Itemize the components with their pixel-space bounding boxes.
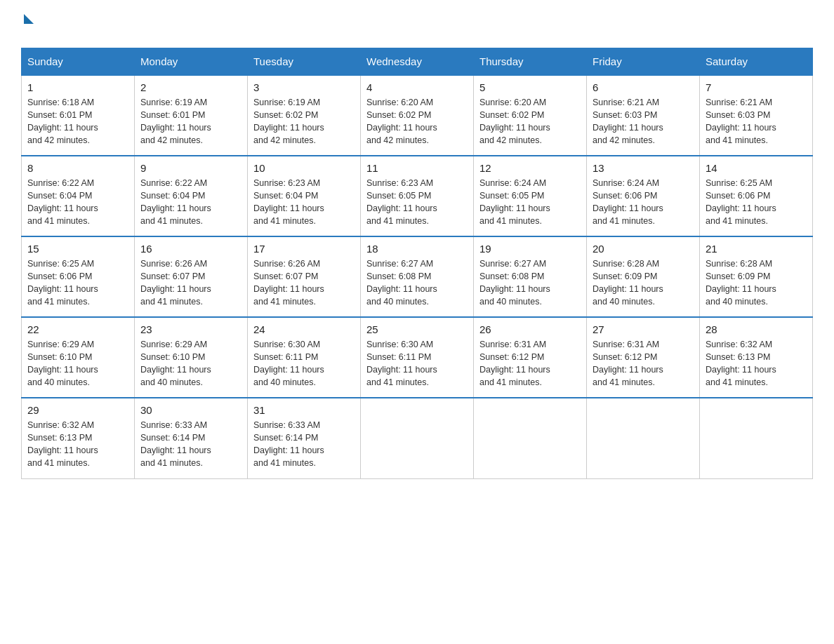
day-number: 1 — [27, 81, 128, 93]
day-info: Sunrise: 6:26 AMSunset: 6:07 PMDaylight:… — [253, 257, 355, 309]
calendar-day-3: 3Sunrise: 6:19 AMSunset: 6:02 PMDaylight… — [248, 75, 361, 156]
day-number: 28 — [706, 323, 807, 335]
calendar-day-28: 28Sunrise: 6:32 AMSunset: 6:13 PMDayligh… — [700, 317, 813, 398]
calendar-header-thursday: Thursday — [474, 48, 587, 76]
calendar-day-27: 27Sunrise: 6:31 AMSunset: 6:12 PMDayligh… — [587, 317, 700, 398]
day-info: Sunrise: 6:31 AMSunset: 6:12 PMDaylight:… — [479, 338, 581, 389]
calendar-day-10: 10Sunrise: 6:23 AMSunset: 6:04 PMDayligh… — [248, 156, 361, 236]
calendar-day-7: 7Sunrise: 6:21 AMSunset: 6:03 PMDaylight… — [700, 75, 813, 156]
calendar-week-3: 15Sunrise: 6:25 AMSunset: 6:06 PMDayligh… — [22, 236, 813, 317]
calendar-day-23: 23Sunrise: 6:29 AMSunset: 6:10 PMDayligh… — [135, 317, 248, 398]
day-info: Sunrise: 6:20 AMSunset: 6:02 PMDaylight:… — [366, 96, 468, 147]
day-info: Sunrise: 6:31 AMSunset: 6:12 PMDaylight:… — [593, 338, 694, 389]
day-number: 6 — [593, 81, 694, 93]
day-number: 20 — [593, 243, 694, 255]
calendar-day-2: 2Sunrise: 6:19 AMSunset: 6:01 PMDaylight… — [135, 75, 248, 156]
day-info: Sunrise: 6:30 AMSunset: 6:11 PMDaylight:… — [253, 338, 355, 389]
calendar-header-row: SundayMondayTuesdayWednesdayThursdayFrid… — [22, 48, 813, 76]
day-number: 15 — [27, 243, 128, 255]
calendar-day-8: 8Sunrise: 6:22 AMSunset: 6:04 PMDaylight… — [22, 156, 135, 236]
day-number: 17 — [253, 243, 355, 255]
calendar-week-2: 8Sunrise: 6:22 AMSunset: 6:04 PMDaylight… — [22, 156, 813, 236]
day-info: Sunrise: 6:21 AMSunset: 6:03 PMDaylight:… — [706, 96, 807, 147]
calendar-day-15: 15Sunrise: 6:25 AMSunset: 6:06 PMDayligh… — [22, 236, 135, 317]
day-info: Sunrise: 6:19 AMSunset: 6:02 PMDaylight:… — [253, 96, 355, 147]
calendar-day-31: 31Sunrise: 6:33 AMSunset: 6:14 PMDayligh… — [248, 398, 361, 478]
day-number: 13 — [593, 162, 694, 174]
logo — [21, 14, 34, 34]
calendar-empty-cell — [700, 398, 813, 478]
calendar-week-4: 22Sunrise: 6:29 AMSunset: 6:10 PMDayligh… — [22, 317, 813, 398]
page-header — [21, 14, 813, 34]
calendar-day-13: 13Sunrise: 6:24 AMSunset: 6:06 PMDayligh… — [587, 156, 700, 236]
calendar-day-14: 14Sunrise: 6:25 AMSunset: 6:06 PMDayligh… — [700, 156, 813, 236]
calendar-day-17: 17Sunrise: 6:26 AMSunset: 6:07 PMDayligh… — [248, 236, 361, 317]
day-number: 16 — [140, 243, 241, 255]
day-info: Sunrise: 6:29 AMSunset: 6:10 PMDaylight:… — [27, 338, 128, 389]
day-info: Sunrise: 6:32 AMSunset: 6:13 PMDaylight:… — [27, 419, 128, 470]
day-number: 25 — [366, 323, 468, 335]
calendar-day-16: 16Sunrise: 6:26 AMSunset: 6:07 PMDayligh… — [135, 236, 248, 317]
day-number: 27 — [593, 323, 694, 335]
day-info: Sunrise: 6:25 AMSunset: 6:06 PMDaylight:… — [27, 257, 128, 309]
day-number: 18 — [366, 243, 468, 255]
day-number: 3 — [253, 81, 355, 93]
day-info: Sunrise: 6:20 AMSunset: 6:02 PMDaylight:… — [479, 96, 581, 147]
day-info: Sunrise: 6:23 AMSunset: 6:04 PMDaylight:… — [253, 177, 355, 228]
calendar-day-5: 5Sunrise: 6:20 AMSunset: 6:02 PMDaylight… — [474, 75, 587, 156]
calendar-week-1: 1Sunrise: 6:18 AMSunset: 6:01 PMDaylight… — [22, 75, 813, 156]
day-number: 11 — [366, 162, 468, 174]
day-number: 5 — [479, 81, 581, 93]
day-number: 26 — [479, 323, 581, 335]
day-info: Sunrise: 6:32 AMSunset: 6:13 PMDaylight:… — [706, 338, 807, 389]
calendar-day-26: 26Sunrise: 6:31 AMSunset: 6:12 PMDayligh… — [474, 317, 587, 398]
calendar-day-22: 22Sunrise: 6:29 AMSunset: 6:10 PMDayligh… — [22, 317, 135, 398]
calendar-day-25: 25Sunrise: 6:30 AMSunset: 6:11 PMDayligh… — [361, 317, 474, 398]
calendar-day-30: 30Sunrise: 6:33 AMSunset: 6:14 PMDayligh… — [135, 398, 248, 478]
day-info: Sunrise: 6:25 AMSunset: 6:06 PMDaylight:… — [706, 177, 807, 228]
calendar-empty-cell — [361, 398, 474, 478]
calendar-header-tuesday: Tuesday — [248, 48, 361, 76]
day-info: Sunrise: 6:21 AMSunset: 6:03 PMDaylight:… — [593, 96, 694, 147]
day-info: Sunrise: 6:18 AMSunset: 6:01 PMDaylight:… — [27, 96, 128, 147]
day-info: Sunrise: 6:28 AMSunset: 6:09 PMDaylight:… — [706, 257, 807, 309]
day-info: Sunrise: 6:30 AMSunset: 6:11 PMDaylight:… — [366, 338, 468, 389]
calendar-day-18: 18Sunrise: 6:27 AMSunset: 6:08 PMDayligh… — [361, 236, 474, 317]
calendar-empty-cell — [587, 398, 700, 478]
day-number: 8 — [27, 162, 128, 174]
day-info: Sunrise: 6:29 AMSunset: 6:10 PMDaylight:… — [140, 338, 241, 389]
calendar-table: SundayMondayTuesdayWednesdayThursdayFrid… — [21, 48, 813, 479]
day-number: 2 — [140, 81, 241, 93]
day-number: 30 — [140, 404, 241, 416]
calendar-week-5: 29Sunrise: 6:32 AMSunset: 6:13 PMDayligh… — [22, 398, 813, 478]
calendar-header-sunday: Sunday — [22, 48, 135, 76]
calendar-day-4: 4Sunrise: 6:20 AMSunset: 6:02 PMDaylight… — [361, 75, 474, 156]
day-info: Sunrise: 6:24 AMSunset: 6:06 PMDaylight:… — [593, 177, 694, 228]
day-number: 31 — [253, 404, 355, 416]
calendar-day-11: 11Sunrise: 6:23 AMSunset: 6:05 PMDayligh… — [361, 156, 474, 236]
day-number: 22 — [27, 323, 128, 335]
logo-triangle-icon — [24, 14, 34, 24]
calendar-day-19: 19Sunrise: 6:27 AMSunset: 6:08 PMDayligh… — [474, 236, 587, 317]
calendar-header-saturday: Saturday — [700, 48, 813, 76]
calendar-empty-cell — [474, 398, 587, 478]
calendar-day-1: 1Sunrise: 6:18 AMSunset: 6:01 PMDaylight… — [22, 75, 135, 156]
calendar-day-6: 6Sunrise: 6:21 AMSunset: 6:03 PMDaylight… — [587, 75, 700, 156]
day-info: Sunrise: 6:27 AMSunset: 6:08 PMDaylight:… — [479, 257, 581, 309]
day-number: 4 — [366, 81, 468, 93]
calendar-day-20: 20Sunrise: 6:28 AMSunset: 6:09 PMDayligh… — [587, 236, 700, 317]
day-number: 12 — [479, 162, 581, 174]
calendar-day-21: 21Sunrise: 6:28 AMSunset: 6:09 PMDayligh… — [700, 236, 813, 317]
day-info: Sunrise: 6:27 AMSunset: 6:08 PMDaylight:… — [366, 257, 468, 309]
calendar-day-9: 9Sunrise: 6:22 AMSunset: 6:04 PMDaylight… — [135, 156, 248, 236]
calendar-day-29: 29Sunrise: 6:32 AMSunset: 6:13 PMDayligh… — [22, 398, 135, 478]
day-number: 21 — [706, 243, 807, 255]
calendar-day-24: 24Sunrise: 6:30 AMSunset: 6:11 PMDayligh… — [248, 317, 361, 398]
day-number: 9 — [140, 162, 241, 174]
calendar-day-12: 12Sunrise: 6:24 AMSunset: 6:05 PMDayligh… — [474, 156, 587, 236]
calendar-header-monday: Monday — [135, 48, 248, 76]
day-number: 19 — [479, 243, 581, 255]
day-info: Sunrise: 6:26 AMSunset: 6:07 PMDaylight:… — [140, 257, 241, 309]
day-info: Sunrise: 6:22 AMSunset: 6:04 PMDaylight:… — [140, 177, 241, 228]
day-info: Sunrise: 6:24 AMSunset: 6:05 PMDaylight:… — [479, 177, 581, 228]
